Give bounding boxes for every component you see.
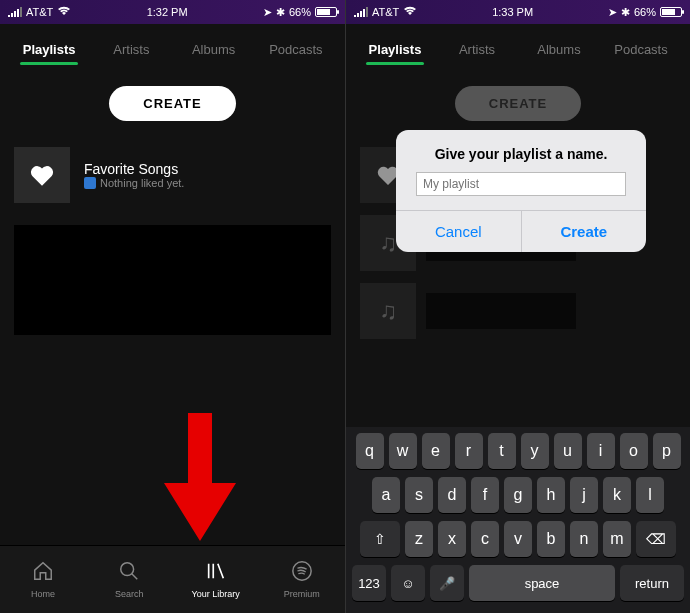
nav-library[interactable]: Your Library — [173, 546, 259, 613]
key-u[interactable]: u — [554, 433, 582, 469]
location-icon: ➤ — [263, 6, 272, 19]
tab-artists[interactable]: Artists — [90, 32, 172, 67]
nav-home[interactable]: Home — [0, 546, 86, 613]
download-badge-icon — [84, 177, 96, 189]
create-button[interactable]: CREATE — [109, 86, 235, 121]
svg-point-0 — [121, 563, 134, 576]
tab-albums[interactable]: Albums — [518, 32, 600, 67]
key-s[interactable]: s — [405, 477, 433, 513]
status-bar: AT&T 1:32 PM ➤ ✱ 66% — [0, 0, 345, 24]
search-icon — [118, 560, 140, 586]
clock-label: 1:32 PM — [147, 6, 188, 18]
library-tabs: Playlists Artists Albums Podcasts — [0, 24, 345, 74]
key-f[interactable]: f — [471, 477, 499, 513]
location-icon: ➤ — [608, 6, 617, 19]
create-button[interactable]: CREATE — [455, 86, 581, 121]
emoji-key[interactable]: ☺ — [391, 565, 425, 601]
library-tabs: Playlists Artists Albums Podcasts — [346, 24, 690, 74]
cancel-button[interactable]: Cancel — [396, 211, 521, 252]
nav-premium[interactable]: Premium — [259, 546, 345, 613]
battery-percent: 66% — [634, 6, 656, 18]
backspace-key[interactable]: ⌫ — [636, 521, 676, 557]
key-i[interactable]: i — [587, 433, 615, 469]
space-key[interactable]: space — [469, 565, 615, 601]
nav-search[interactable]: Search — [86, 546, 172, 613]
key-a[interactable]: a — [372, 477, 400, 513]
wifi-icon — [403, 6, 417, 18]
keyboard-row: ⇧ zxcvbnm ⌫ — [350, 521, 686, 557]
key-e[interactable]: e — [422, 433, 450, 469]
svg-point-2 — [293, 562, 311, 580]
ios-keyboard: qwertyuiop asdfghjkl ⇧ zxcvbnm ⌫ 123 ☺ 🎤… — [346, 427, 690, 613]
key-w[interactable]: w — [389, 433, 417, 469]
playlist-name-input[interactable] — [416, 172, 626, 196]
phone-right: AT&T 1:33 PM ➤ ✱ 66% Playlists Artists A… — [345, 0, 690, 613]
list-item: ♫ — [360, 277, 676, 345]
key-z[interactable]: z — [405, 521, 433, 557]
redacted-block — [14, 225, 331, 335]
bottom-nav: Home Search Your Library Premium — [0, 545, 345, 613]
battery-percent: 66% — [289, 6, 311, 18]
signal-icon — [354, 7, 368, 17]
nav-label: Search — [115, 589, 144, 599]
nav-label: Home — [31, 589, 55, 599]
nav-label: Premium — [284, 589, 320, 599]
shift-key[interactable]: ⇧ — [360, 521, 400, 557]
create-confirm-button[interactable]: Create — [521, 211, 647, 252]
key-x[interactable]: x — [438, 521, 466, 557]
battery-icon — [315, 7, 337, 17]
tab-playlists[interactable]: Playlists — [354, 32, 436, 67]
dialog-title: Give your playlist a name. — [396, 130, 646, 172]
key-c[interactable]: c — [471, 521, 499, 557]
phone-left: AT&T 1:32 PM ➤ ✱ 66% Playlists Artists A… — [0, 0, 345, 613]
key-p[interactable]: p — [653, 433, 681, 469]
status-bar: AT&T 1:33 PM ➤ ✱ 66% — [346, 0, 690, 24]
spotify-icon — [291, 560, 313, 586]
tab-podcasts[interactable]: Podcasts — [600, 32, 682, 67]
key-b[interactable]: b — [537, 521, 565, 557]
name-playlist-dialog: Give your playlist a name. Cancel Create — [396, 130, 646, 252]
key-v[interactable]: v — [504, 521, 532, 557]
signal-icon — [8, 7, 22, 17]
key-n[interactable]: n — [570, 521, 598, 557]
wifi-icon — [57, 6, 71, 18]
key-t[interactable]: t — [488, 433, 516, 469]
tab-albums[interactable]: Albums — [173, 32, 255, 67]
battery-icon — [660, 7, 682, 17]
key-r[interactable]: r — [455, 433, 483, 469]
key-y[interactable]: y — [521, 433, 549, 469]
key-m[interactable]: m — [603, 521, 631, 557]
heart-icon — [14, 147, 70, 203]
mic-key[interactable]: 🎤 — [430, 565, 464, 601]
list-item-title: Favorite Songs — [84, 161, 184, 177]
nav-label: Your Library — [192, 589, 240, 599]
keyboard-row: asdfghjkl — [350, 477, 686, 513]
key-o[interactable]: o — [620, 433, 648, 469]
carrier-label: AT&T — [372, 6, 399, 18]
key-q[interactable]: q — [356, 433, 384, 469]
tab-podcasts[interactable]: Podcasts — [255, 32, 337, 67]
clock-label: 1:33 PM — [492, 6, 533, 18]
key-h[interactable]: h — [537, 477, 565, 513]
keyboard-row: qwertyuiop — [350, 433, 686, 469]
home-icon — [32, 560, 54, 586]
bluetooth-icon: ✱ — [621, 6, 630, 19]
key-j[interactable]: j — [570, 477, 598, 513]
tab-artists[interactable]: Artists — [436, 32, 518, 67]
svg-line-1 — [132, 574, 138, 580]
numbers-key[interactable]: 123 — [352, 565, 386, 601]
key-g[interactable]: g — [504, 477, 532, 513]
music-note-icon: ♫ — [360, 283, 416, 339]
carrier-label: AT&T — [26, 6, 53, 18]
list-item[interactable]: Favorite Songs Nothing liked yet. — [14, 141, 331, 209]
bluetooth-icon: ✱ — [276, 6, 285, 19]
arrow-indicator-icon — [160, 413, 240, 543]
key-k[interactable]: k — [603, 477, 631, 513]
library-icon — [205, 560, 227, 586]
list-item-subtitle: Nothing liked yet. — [100, 177, 184, 189]
redacted-block — [426, 293, 576, 329]
key-d[interactable]: d — [438, 477, 466, 513]
return-key[interactable]: return — [620, 565, 684, 601]
key-l[interactable]: l — [636, 477, 664, 513]
tab-playlists[interactable]: Playlists — [8, 32, 90, 67]
